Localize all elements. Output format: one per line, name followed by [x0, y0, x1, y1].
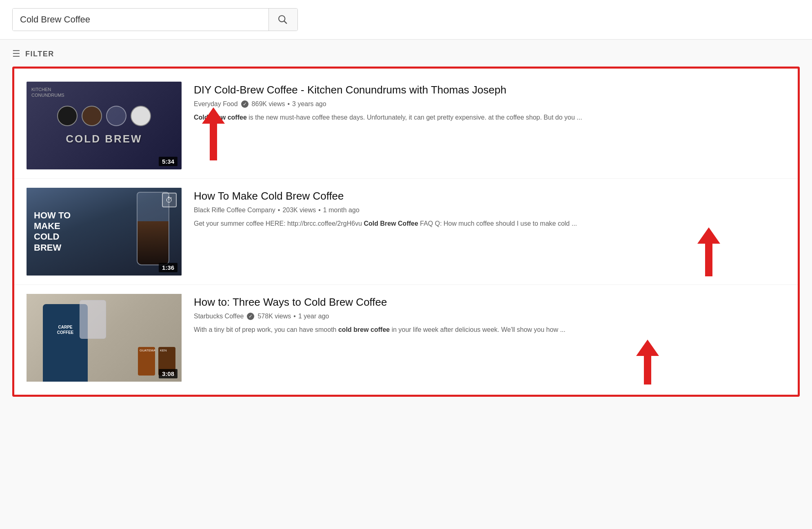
time-ago: 3 years ago: [292, 100, 326, 108]
time-ago-3: 1 year ago: [298, 313, 329, 320]
video-description: Cold-brew coffee is the new must-have co…: [194, 113, 785, 122]
search-button[interactable]: [268, 9, 297, 31]
view-count: 869K views: [252, 100, 285, 108]
search-area: [0, 0, 812, 40]
pitcher: [80, 300, 106, 339]
separator-4: •: [293, 313, 296, 320]
annotation-arrow-1: [202, 107, 225, 160]
arrow-shaft-3: [644, 356, 651, 385]
video-meta-2: Black Rifle Coffee Company • 203K views …: [194, 207, 785, 214]
video-title-2[interactable]: How To Make Cold Brew Coffee: [194, 189, 785, 203]
video-result-3: CARPECOFFEE GUATEMALA KEN 3:08 How to: T…: [14, 285, 798, 391]
video-info-3: How to: Three Ways to Cold Brew Coffee S…: [194, 294, 785, 335]
channel-name-2[interactable]: Black Rifle Coffee Company: [194, 207, 275, 214]
arrow-shaft-1: [210, 124, 217, 160]
video-title[interactable]: DIY Cold-Brew Coffee - Kitchen Conundrum…: [194, 83, 785, 97]
video-meta-3: Starbucks Coffee ✓ 578K views • 1 year a…: [194, 313, 785, 320]
channel-name[interactable]: Everyday Food: [194, 100, 238, 108]
duration-badge-2: 1:36: [159, 263, 177, 272]
thumbnail-text: COLD BREW: [66, 133, 142, 145]
video-meta: Everyday Food ✓ 869K views • 3 years ago: [194, 100, 785, 108]
verified-icon-3: ✓: [247, 313, 254, 320]
separator: •: [287, 100, 290, 108]
video-title-3[interactable]: How to: Three Ways to Cold Brew Coffee: [194, 296, 785, 309]
filter-icon: ☰: [12, 49, 20, 59]
video-description-2: Get your summer coffee HERE: http://brcc…: [194, 219, 785, 229]
duration-badge-3: 3:08: [159, 369, 177, 378]
search-input[interactable]: [13, 9, 268, 31]
video-result: COLD BREW KITCHENCONUNDRUMS 5:34 DIY Col…: [14, 73, 798, 178]
annotation-arrow-2: [697, 227, 720, 276]
filter-area: ☰ FILTER: [0, 40, 812, 67]
channel-name-3[interactable]: Starbucks Coffee: [194, 313, 244, 320]
video-result-2: HOW TOMAKECOLDBREW ⏱ 1:36 How To Make Co…: [14, 178, 798, 285]
thumbnail-container-2[interactable]: HOW TOMAKECOLDBREW ⏱ 1:36: [27, 188, 182, 276]
arrow-head-3: [636, 340, 659, 356]
video-description-3: With a tiny bit of prep work, you can ha…: [194, 325, 785, 335]
verified-icon: ✓: [241, 100, 248, 108]
channel-watermark: KITCHENCONUNDRUMS: [31, 87, 64, 98]
separator-2: •: [278, 207, 280, 214]
view-count-2: 203K views: [282, 207, 316, 214]
filter-label[interactable]: FILTER: [25, 50, 54, 58]
separator-3: •: [318, 207, 321, 214]
arrow-shaft-2: [705, 244, 712, 276]
arrow-head-2: [697, 227, 720, 244]
video-info-2: How To Make Cold Brew Coffee Black Rifle…: [194, 188, 785, 229]
thumbnail-text-2: HOW TOMAKECOLDBREW: [34, 210, 71, 253]
clock-icon: ⏱: [162, 193, 177, 207]
search-bar: [12, 8, 298, 31]
duration-badge: 5:34: [159, 157, 177, 166]
results-container: COLD BREW KITCHENCONUNDRUMS 5:34 DIY Col…: [12, 67, 800, 397]
annotation-arrow-3: [636, 340, 659, 385]
thumbnail-container-3[interactable]: CARPECOFFEE GUATEMALA KEN 3:08: [27, 294, 182, 382]
arrow-head-1: [202, 107, 225, 124]
thumbnail-container[interactable]: COLD BREW KITCHENCONUNDRUMS 5:34: [27, 82, 182, 169]
time-ago-2: 1 month ago: [323, 207, 359, 214]
video-info: DIY Cold-Brew Coffee - Kitchen Conundrum…: [194, 82, 785, 122]
search-icon: [278, 14, 288, 25]
view-count-3: 578K views: [257, 313, 291, 320]
